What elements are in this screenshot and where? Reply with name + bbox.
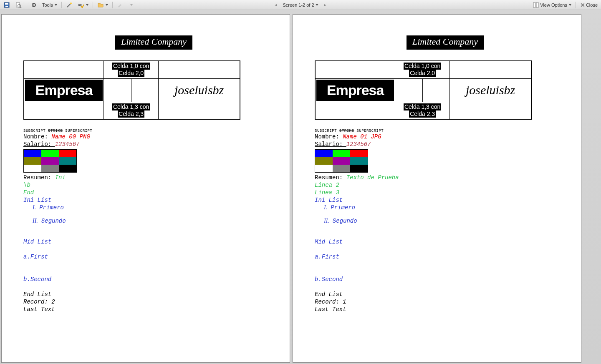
salario-line: Salario: 1234567 xyxy=(23,141,269,148)
chevron-down-icon xyxy=(130,4,133,6)
script-sample-line: SUBSCRIPT STRIKE SUPERSCRIPT xyxy=(23,129,269,133)
close-button[interactable]: Close xyxy=(578,1,599,9)
ini-list: Ini List xyxy=(315,196,560,204)
nombre-line: Nombre: Name 00 PNG xyxy=(23,133,269,141)
page-preview-icon[interactable] xyxy=(13,1,23,9)
b-second: b.Second xyxy=(23,276,269,283)
screen-indicator[interactable]: Screen 1-2 of 2 xyxy=(281,1,320,9)
svg-rect-1 xyxy=(5,3,8,5)
brush-icon[interactable] xyxy=(115,1,125,9)
screen-label: Screen 1-2 of 2 xyxy=(283,3,314,8)
chevron-down-icon xyxy=(106,4,108,6)
swatch-cell xyxy=(59,157,76,165)
swatch-cell xyxy=(24,150,41,157)
wand-icon[interactable] xyxy=(64,1,74,9)
page-2: Limited Company Celda 1,0 con Celda 2,0 … xyxy=(293,14,581,363)
mid-list: Mid List xyxy=(315,238,560,246)
page-1: Limited Company Celda 1,0 con Celda 2,0 … xyxy=(1,14,290,363)
settings-gear-icon[interactable] xyxy=(29,1,39,9)
resumen-line: Resumen: Texto de Prueba xyxy=(315,174,560,181)
brush-dropdown[interactable] xyxy=(127,1,135,9)
resumen-line: Resumen: Ini xyxy=(23,174,269,181)
mid-list: Mid List xyxy=(23,238,269,246)
spellcheck-icon[interactable]: ab xyxy=(76,1,90,9)
workarea: Limited Company Celda 1,0 con Celda 2,0 … xyxy=(0,10,601,364)
last-text: Last Text xyxy=(315,306,560,313)
swatch-cell xyxy=(315,165,333,172)
svg-line-5 xyxy=(20,7,22,8)
list-item-2: II.Segundo xyxy=(33,217,269,225)
celda-1-0: Celda 1,0 con xyxy=(404,63,441,70)
chevron-down-icon xyxy=(86,4,88,6)
celda-1-3: Celda 1,3 con xyxy=(404,103,441,110)
swatch-cell xyxy=(315,150,333,157)
svg-rect-11 xyxy=(533,3,535,8)
swatch-cell xyxy=(350,157,368,165)
header-table: Celda 1,0 con Celda 2,0 Empresa joseluis… xyxy=(315,60,532,120)
author-signature: joseluisbz xyxy=(174,83,224,97)
swatch-cell xyxy=(41,157,59,165)
swatch-cell xyxy=(59,150,76,157)
view-options-label: View Options xyxy=(540,3,567,8)
nav-prev-icon[interactable]: ◄ xyxy=(272,3,279,7)
celda-2-0: Celda 2,0 xyxy=(118,70,144,77)
author-signature: joseluisbz xyxy=(466,83,515,97)
save-icon[interactable] xyxy=(2,1,12,9)
extra-line-0: \b xyxy=(23,181,269,189)
extra-line-0: Linea 2 xyxy=(315,181,560,189)
extra-line-1: End xyxy=(23,189,269,196)
a-first: a.First xyxy=(23,253,269,261)
celda-2-3: Celda 2,3 xyxy=(409,110,436,118)
celda-1-3: Celda 1,3 con xyxy=(112,103,150,110)
svg-rect-2 xyxy=(5,6,8,7)
color-swatch xyxy=(315,149,368,173)
empresa-logo: Empresa xyxy=(25,80,103,101)
list-item-1: I.Primero xyxy=(33,204,269,211)
swatch-cell xyxy=(24,157,41,165)
script-sample-line: SUBSCRIPT STRIKE SUPERSCRIPT xyxy=(315,129,560,133)
color-swatch xyxy=(23,149,77,173)
celda-1-0: Celda 1,0 con xyxy=(112,63,150,70)
swatch-cell xyxy=(333,150,350,157)
a-first: a.First xyxy=(315,253,560,261)
nav-next-icon[interactable]: ► xyxy=(322,3,329,7)
ini-list: Ini List xyxy=(23,196,269,204)
svg-rect-12 xyxy=(536,3,538,8)
tools-dropdown[interactable]: Tools xyxy=(40,1,59,9)
list-item-2: II.Segundo xyxy=(324,217,560,225)
record-line: Record: 2 xyxy=(23,298,269,306)
swatch-cell xyxy=(350,165,368,172)
swatch-cell xyxy=(59,165,76,172)
end-list: End List xyxy=(315,291,560,298)
view-options-dropdown[interactable]: View Options xyxy=(531,1,573,9)
swatch-cell xyxy=(41,165,59,172)
celda-2-0: Celda 2,0 xyxy=(409,70,436,77)
tools-label: Tools xyxy=(42,3,53,8)
chevron-down-icon xyxy=(569,4,571,6)
folder-icon[interactable] xyxy=(96,1,110,9)
close-label: Close xyxy=(586,3,598,8)
swatch-cell xyxy=(333,157,350,165)
swatch-cell xyxy=(315,157,333,165)
company-logo: Limited Company xyxy=(407,35,484,50)
header-table: Celda 1,0 con Celda 2,0 Empresa joseluis… xyxy=(23,60,240,120)
salario-line: Salario: 1234567 xyxy=(315,141,560,148)
swatch-cell xyxy=(24,165,41,172)
chevron-down-icon xyxy=(316,4,318,6)
svg-point-9 xyxy=(70,3,72,4)
end-list: End List xyxy=(23,291,269,298)
swatch-cell xyxy=(350,150,368,157)
list-item-1: I.Primero xyxy=(324,204,560,211)
b-second: b.Second xyxy=(315,276,560,283)
svg-point-7 xyxy=(33,4,35,5)
svg-line-8 xyxy=(67,4,71,7)
extra-line-1: Linea 3 xyxy=(315,189,560,196)
chevron-down-icon xyxy=(55,4,57,6)
swatch-cell xyxy=(333,165,350,172)
empresa-logo: Empresa xyxy=(316,80,394,101)
company-logo: Limited Company xyxy=(115,35,192,50)
record-line: Record: 1 xyxy=(315,298,560,306)
last-text: Last Text xyxy=(23,306,269,313)
toolbar: Tools ab ◄ Screen 1-2 of 2 ► xyxy=(0,0,601,10)
celda-2-3: Celda 2,3 xyxy=(118,110,144,118)
